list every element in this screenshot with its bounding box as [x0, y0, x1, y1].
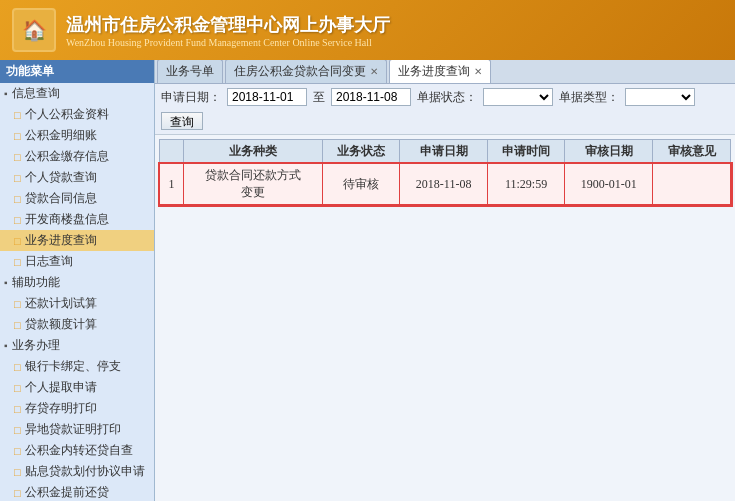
- sidebar-item-transfer[interactable]: □公积金内转还贷自查: [0, 440, 154, 461]
- type-select[interactable]: [625, 88, 695, 106]
- folder-icon: □: [14, 445, 21, 457]
- folder-icon: □: [14, 487, 21, 499]
- tab-service-number[interactable]: 业务号单: [157, 60, 223, 83]
- tabs-bar: 业务号单 住房公积金贷款合同变更 ✕ 业务进度查询 ✕: [155, 60, 735, 84]
- cell-status: 待审核: [322, 164, 400, 205]
- table-container: 业务种类 业务状态 申请日期 申请时间 审核日期 审核意见 1 贷款合同还款方式…: [155, 135, 735, 501]
- date-from-input[interactable]: [227, 88, 307, 106]
- sidebar-item-print2[interactable]: □异地贷款证明打印: [0, 419, 154, 440]
- sidebar-item-bank-bind[interactable]: □银行卡绑定、停支: [0, 356, 154, 377]
- sidebar-item-print1[interactable]: □存贷存明打印: [0, 398, 154, 419]
- folder-icon: □: [14, 214, 21, 226]
- folder-icon: □: [14, 151, 21, 163]
- sidebar-item-progress[interactable]: □业务进度查询: [0, 230, 154, 251]
- date-to-input[interactable]: [331, 88, 411, 106]
- tab-contract-change-label: 住房公积金贷款合同变更: [234, 63, 366, 80]
- content-area: 业务号单 住房公积金贷款合同变更 ✕ 业务进度查询 ✕ 申请日期： 至 单据状态…: [155, 60, 735, 501]
- page-header: 🏠 温州市住房公积金管理中心网上办事大厅 WenZhou Housing Pro…: [0, 0, 735, 60]
- col-num: [160, 140, 184, 164]
- sidebar-item-detail[interactable]: □公积金明细账: [0, 125, 154, 146]
- folder-icon: □: [14, 256, 21, 268]
- cell-type: 贷款合同还款方式变更: [184, 164, 323, 205]
- search-button[interactable]: 查询: [161, 112, 203, 130]
- sidebar-item-deposit[interactable]: □公积金缴存信息: [0, 146, 154, 167]
- col-apply-date: 申请日期: [400, 140, 487, 164]
- folder-icon: □: [14, 298, 21, 310]
- header-text: 温州市住房公积金管理中心网上办事大厅 WenZhou Housing Provi…: [66, 13, 390, 48]
- page-subtitle: WenZhou Housing Provident Fund Managemen…: [66, 37, 390, 48]
- sidebar-item-repayment-plan[interactable]: □还款计划试算: [0, 293, 154, 314]
- sidebar: 功能菜单 ▪ 信息查询 □个人公积金资料 □公积金明细账 □公积金缴存信息 □个…: [0, 60, 155, 501]
- cell-apply-time: 11:29:59: [487, 164, 565, 205]
- sidebar-group-info-text: 信息查询: [12, 85, 60, 102]
- sidebar-item-subsidy[interactable]: □贴息贷款划付协议申请: [0, 461, 154, 482]
- table-row[interactable]: 1 贷款合同还款方式变更 待审核 2018-11-08 11:29:59 190…: [160, 164, 731, 205]
- cell-apply-date: 2018-11-08: [400, 164, 487, 205]
- tab-progress-query[interactable]: 业务进度查询 ✕: [389, 60, 491, 83]
- tab-contract-change-close[interactable]: ✕: [370, 66, 378, 77]
- sidebar-item-developer[interactable]: □开发商楼盘信息: [0, 209, 154, 230]
- sidebar-group-assist-text: 辅助功能: [12, 274, 60, 291]
- cell-review-comment: [653, 164, 731, 205]
- sidebar-group-info-label[interactable]: ▪ 信息查询: [0, 83, 154, 104]
- sidebar-group-business-label[interactable]: ▪ 业务办理: [0, 335, 154, 356]
- cell-num: 1: [160, 164, 184, 205]
- tab-progress-query-close[interactable]: ✕: [474, 66, 482, 77]
- col-status: 业务状态: [322, 140, 400, 164]
- date-label: 申请日期：: [161, 89, 221, 106]
- logo-icon: 🏠: [12, 8, 56, 52]
- col-apply-time: 申请时间: [487, 140, 565, 164]
- sidebar-item-withdraw[interactable]: □个人提取申请: [0, 377, 154, 398]
- folder-icon: □: [14, 235, 21, 247]
- sidebar-group-assist: ▪ 辅助功能 □还款计划试算 □贷款额度计算: [0, 272, 154, 335]
- sidebar-group-assist-label[interactable]: ▪ 辅助功能: [0, 272, 154, 293]
- sidebar-item-loan-contract[interactable]: □贷款合同信息: [0, 188, 154, 209]
- tab-service-number-label: 业务号单: [166, 63, 214, 80]
- tab-progress-query-label: 业务进度查询: [398, 63, 470, 80]
- folder-icon: □: [14, 172, 21, 184]
- folder-icon: □: [14, 424, 21, 436]
- page-title: 温州市住房公积金管理中心网上办事大厅: [66, 13, 390, 37]
- result-table: 业务种类 业务状态 申请日期 申请时间 审核日期 审核意见 1 贷款合同还款方式…: [159, 139, 731, 205]
- sidebar-item-log[interactable]: □日志查询: [0, 251, 154, 272]
- tab-contract-change[interactable]: 住房公积金贷款合同变更 ✕: [225, 60, 387, 83]
- sidebar-group-business: ▪ 业务办理 □银行卡绑定、停支 □个人提取申请 □存贷存明打印 □异地贷款证明…: [0, 335, 154, 501]
- main-container: 功能菜单 ▪ 信息查询 □个人公积金资料 □公积金明细账 □公积金缴存信息 □个…: [0, 60, 735, 501]
- folder-icon: □: [14, 361, 21, 373]
- folder-icon: □: [14, 130, 21, 142]
- date-separator: 至: [313, 89, 325, 106]
- collapse-icon: ▪: [4, 277, 8, 288]
- sidebar-header: 功能菜单: [0, 60, 154, 83]
- folder-icon: □: [14, 403, 21, 415]
- folder-icon: □: [14, 193, 21, 205]
- col-review-comment: 审核意见: [653, 140, 731, 164]
- col-type: 业务种类: [184, 140, 323, 164]
- status-label: 单据状态：: [417, 89, 477, 106]
- folder-icon: □: [14, 109, 21, 121]
- collapse-icon: ▪: [4, 88, 8, 99]
- sidebar-item-loan-calc[interactable]: □贷款额度计算: [0, 314, 154, 335]
- type-label: 单据类型：: [559, 89, 619, 106]
- collapse-icon: ▪: [4, 340, 8, 351]
- sidebar-group-business-text: 业务办理: [12, 337, 60, 354]
- folder-icon: □: [14, 382, 21, 394]
- status-select[interactable]: [483, 88, 553, 106]
- folder-icon: □: [14, 319, 21, 331]
- col-review-date: 审核日期: [565, 140, 653, 164]
- search-bar: 申请日期： 至 单据状态： 单据类型： 查询: [155, 84, 735, 135]
- sidebar-group-info: ▪ 信息查询 □个人公积金资料 □公积金明细账 □公积金缴存信息 □个人贷款查询…: [0, 83, 154, 272]
- sidebar-item-early-repay[interactable]: □公积金提前还贷: [0, 482, 154, 501]
- folder-icon: □: [14, 466, 21, 478]
- sidebar-item-personal-data[interactable]: □个人公积金资料: [0, 104, 154, 125]
- sidebar-item-personal-loan[interactable]: □个人贷款查询: [0, 167, 154, 188]
- cell-review-date: 1900-01-01: [565, 164, 653, 205]
- table-header-row: 业务种类 业务状态 申请日期 申请时间 审核日期 审核意见: [160, 140, 731, 164]
